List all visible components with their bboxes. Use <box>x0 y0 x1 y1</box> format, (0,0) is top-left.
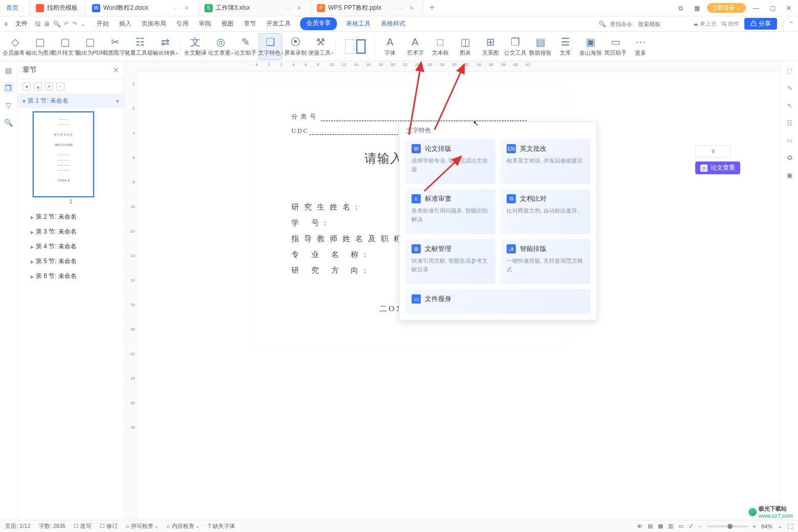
select-tool-icon[interactable]: ⬚ <box>785 66 794 76</box>
feature-智能排版[interactable]: ✨智能排版一键快速排版, 支持套用范文格式 <box>500 239 590 284</box>
section-item[interactable]: ▸第 2 节: 未命名 <box>17 210 124 224</box>
panel-close-icon[interactable]: ✕ <box>113 66 119 74</box>
file-menu[interactable]: 文件 <box>15 19 28 28</box>
fullscreen-icon[interactable]: ⛶ <box>787 523 793 529</box>
sections-icon[interactable]: ❐ <box>4 83 14 93</box>
tab-word[interactable]: W Word教程2.docx ▫ ✕ <box>86 0 198 16</box>
pen-tool-icon[interactable]: ✎ <box>785 84 794 93</box>
maximize-icon[interactable]: ▢ <box>766 2 779 14</box>
card-icon[interactable]: ▭ <box>785 136 794 145</box>
close-icon[interactable]: ✕ <box>409 5 417 11</box>
bookmark-icon[interactable]: ▽ <box>4 100 14 110</box>
menu-refs[interactable]: 引用 <box>175 17 190 30</box>
ribbon-截图取字[interactable]: ✂截图取字 <box>103 33 127 60</box>
preview-icon[interactable]: 🔍 <box>53 20 61 28</box>
view-outline-icon[interactable]: ▥ <box>668 523 673 529</box>
status-content[interactable]: ⌕ 内容检查 ▾ <box>167 522 199 530</box>
page-style-gallery[interactable] <box>339 33 372 60</box>
section-item[interactable]: ▸第 3 节: 未命名 <box>17 224 124 239</box>
ribbon-便捷工具[interactable]: ⚒便捷工具 <box>309 33 332 60</box>
print-icon[interactable]: 🖶 <box>44 20 50 28</box>
status-page[interactable]: 页面: 1/12 <box>5 522 31 530</box>
outline-icon[interactable]: ▤ <box>4 65 14 76</box>
ribbon-输出为PDF[interactable]: ▢输出为PDF <box>78 33 102 60</box>
ribbon-全文翻译[interactable]: 文全文翻译 <box>184 33 207 60</box>
share-button[interactable]: 凸 分享 <box>744 18 777 30</box>
collapse-all-icon[interactable]: ▾ <box>22 82 31 90</box>
feature-英文批改[interactable]: EN英文批改检查英文错误, 并返回修改建议 <box>500 139 590 184</box>
menu-table-tools[interactable]: 表格工具 <box>345 17 372 30</box>
menu-insert[interactable]: 插入 <box>118 17 132 30</box>
add-section-icon[interactable]: + <box>45 82 53 90</box>
hamburger-icon[interactable]: ≡ <box>4 20 13 28</box>
zoom-out-icon[interactable]: − <box>698 523 701 529</box>
callout-check[interactable]: ◎论文查重 <box>695 161 740 174</box>
zoom-slider[interactable] <box>707 525 748 527</box>
feature-标准审查[interactable]: ≡标准审查各类标准引用问题多, 智能识别解决 <box>405 189 495 234</box>
feature-论文排版[interactable]: W论文排版选择学校专业, 智能完成论文排版 <box>405 139 495 184</box>
close-icon[interactable]: ✕ <box>297 5 304 11</box>
ribbon-文本框[interactable]: □文本框 <box>428 33 452 60</box>
ribbon-文字特色[interactable]: ❏文字特色 <box>259 33 282 60</box>
add-tab-button[interactable]: + <box>423 0 441 16</box>
ribbon-图表[interactable]: ◫图表 <box>453 33 477 60</box>
ribbon-输出为图片[interactable]: ▢输出为图片 <box>28 33 52 60</box>
status-words[interactable]: 字数: 2835 <box>39 522 66 530</box>
callout-bubble[interactable]: ≡ <box>695 145 731 157</box>
ribbon-公文工具[interactable]: ❐公文工具 <box>504 33 527 60</box>
ribbon-数据报告[interactable]: ▤数据报告 <box>529 33 552 60</box>
menu-review[interactable]: 审阅 <box>198 17 212 30</box>
ribbon-简历助手[interactable]: ▭简历助手 <box>604 33 627 60</box>
feature-文献管理[interactable]: ≣文献管理快速引用文献, 智能生成参考文献目录 <box>405 239 495 284</box>
cloud-state[interactable]: ☁ 未上云 <box>693 20 717 28</box>
coop-button[interactable]: ⇆ 协作 <box>722 20 739 28</box>
tab-sheet[interactable]: S 工作簿3.xlsx ▫ ✕ <box>198 0 311 16</box>
view-print-icon[interactable]: ▤ <box>648 523 653 529</box>
section-item[interactable]: ▸第 5 节: 未命名 <box>17 254 124 269</box>
close-window-icon[interactable]: ✕ <box>783 2 795 14</box>
login-button[interactable]: 立即登录 ⌄ <box>707 3 746 13</box>
tab-overflow-icon[interactable]: ▫ <box>174 5 181 12</box>
view-web-icon[interactable]: ▦ <box>658 523 663 529</box>
menu-section[interactable]: 章节 <box>243 17 257 30</box>
save-icon[interactable]: 🖫 <box>35 20 41 28</box>
status-edit-mode[interactable]: ☐ 改写 <box>74 522 92 530</box>
tab-overflow-icon[interactable]: ▫ <box>399 5 406 12</box>
remove-section-icon[interactable]: − <box>56 82 64 90</box>
qat-more-icon[interactable]: ⌄ <box>80 20 85 28</box>
find-icon[interactable]: 🔍 <box>4 118 14 128</box>
expand-all-icon[interactable]: ▴ <box>34 82 42 90</box>
ribbon-金山海报[interactable]: ▣金山海报 <box>579 33 602 60</box>
section-1[interactable]: ▾第 1 节: 未命名▾ <box>17 94 124 108</box>
pointer-icon[interactable]: ↖ <box>785 101 794 110</box>
status-spell[interactable]: ⌕ 拼写检查 ▾ <box>126 522 158 530</box>
feature-文档比对[interactable]: ⧉文档比对比对两篇文档, 自动标出差异。 <box>500 189 590 234</box>
ribbon-字体[interactable]: A字体 <box>378 33 402 60</box>
menu-dev[interactable]: 开发工具 <box>265 17 292 30</box>
ribbon-文库[interactable]: ☰文库 <box>554 33 577 60</box>
menubar-more-icon[interactable]: : <box>782 20 784 28</box>
ribbon-论文查重[interactable]: ◎论文查重 <box>209 33 232 60</box>
zoom-in-icon[interactable]: + <box>753 523 756 529</box>
view-draft-icon[interactable]: ▭ <box>678 523 683 529</box>
link-icon[interactable]: ✪ <box>785 153 794 163</box>
shape-icon[interactable]: ▣ <box>785 171 794 180</box>
command-search[interactable]: 🔍 <box>596 20 688 28</box>
ribbon-论文助手[interactable]: ✎论文助手 <box>234 33 257 60</box>
home-tab[interactable]: 首页 <box>0 0 30 16</box>
page-thumbnail[interactable]: — — —— — —研 士 学 位 论 文请输入论文标题— — — —— — —… <box>33 111 94 197</box>
ribbon-会员服务[interactable]: ◇会员服务 <box>3 33 27 60</box>
menu-table-style[interactable]: 表格样式 <box>380 17 406 30</box>
menu-view[interactable]: 视图 <box>220 17 235 30</box>
undo-icon[interactable]: ↶ <box>64 20 69 28</box>
feature-文件瘦身[interactable]: ▭文件瘦身 <box>405 289 590 314</box>
ribbon-图片转文字[interactable]: ▢图片转文字 <box>53 33 77 60</box>
tab-ppt[interactable]: P WPS PPT教程.pptx ▫ ✕ <box>311 0 423 16</box>
ribbon-屏幕录制[interactable]: ⦿屏幕录制 <box>284 33 307 60</box>
close-icon[interactable]: ✕ <box>185 5 192 11</box>
apps-icon[interactable]: ▦ <box>691 2 703 14</box>
menu-layout[interactable]: 页面布局 <box>141 17 167 30</box>
read-mode-icon[interactable]: 👁 <box>637 523 643 529</box>
search-input[interactable] <box>609 20 680 28</box>
menu-member[interactable]: 会员专享 <box>300 17 337 30</box>
